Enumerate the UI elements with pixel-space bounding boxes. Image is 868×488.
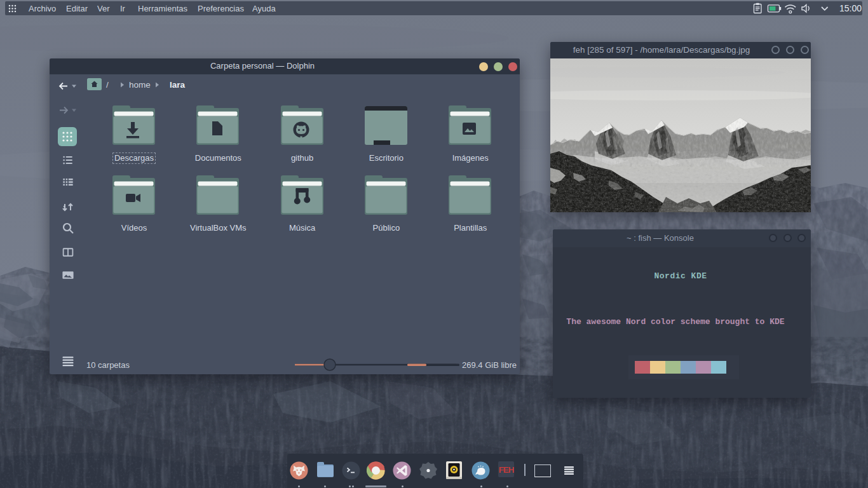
svg-text:FEH: FEH — [499, 465, 514, 475]
